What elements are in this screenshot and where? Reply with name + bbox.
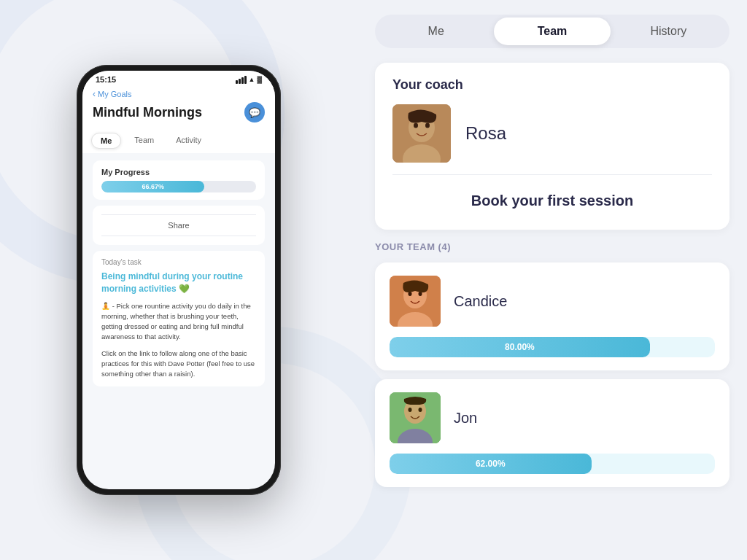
member-progress-fill-candice: 80.00% — [390, 337, 650, 357]
back-label: My Goals — [98, 90, 131, 98]
top-tab-bar: Me Team History — [375, 15, 729, 48]
progress-label: My Progress — [101, 168, 256, 176]
phone-page-title: Mindful Mornings — [93, 105, 202, 120]
member-avatar-candice — [390, 276, 441, 327]
member-progress-fill-jon: 62.00% — [390, 454, 592, 474]
back-nav[interactable]: ‹ My Goals — [93, 89, 265, 99]
task-body-2: Click on the link to follow along one of… — [101, 349, 256, 380]
member-header-jon: Jon — [390, 392, 715, 443]
member-progress-text-jon: 62.00% — [476, 459, 506, 469]
back-chevron-icon: ‹ — [93, 89, 96, 99]
phone-tab-me[interactable]: Me — [91, 133, 121, 149]
team-member-card-jon: Jon 62.00% — [375, 379, 729, 487]
phone-tab-activity[interactable]: Activity — [167, 133, 210, 149]
share-label[interactable]: Share — [101, 218, 256, 233]
tab-history[interactable]: History — [611, 18, 727, 45]
phone-content: My Progress 66.67% Share Today's task — [82, 153, 275, 489]
phone-screen: 15:15 ▲ ▓ ‹ My Goals — [82, 71, 275, 489]
member-name-candice: Candice — [454, 293, 507, 310]
battery-icon: ▓ — [257, 76, 262, 83]
coach-card-separator — [392, 174, 712, 175]
coach-avatar-svg — [392, 104, 451, 163]
task-label: Today's task — [101, 258, 256, 266]
member-progress-bg-candice: 80.00% — [390, 337, 715, 357]
team-member-card-candice: Candice 80.00% — [375, 262, 729, 370]
status-bar: 15:15 ▲ ▓ — [82, 71, 275, 86]
header-row: Mindful Mornings 💬 — [93, 102, 265, 122]
phone-mockup: 15:15 ▲ ▓ ‹ My Goals — [77, 65, 281, 495]
svg-point-4 — [425, 123, 430, 128]
progress-bar-fill: 66.67% — [101, 181, 204, 192]
right-panel: Me Team History Your coach — [357, 0, 747, 560]
coach-avatar — [392, 104, 451, 163]
phone-tabs: Me Team Activity — [82, 128, 275, 153]
phone-panel: 15:15 ▲ ▓ ‹ My Goals — [0, 0, 357, 560]
progress-percentage: 66.67% — [142, 183, 164, 190]
coach-section-label: Your coach — [392, 77, 712, 93]
share-section: Share — [93, 206, 265, 245]
member-avatar-jon — [390, 392, 441, 443]
phone-tab-team[interactable]: Team — [125, 133, 163, 149]
svg-point-13 — [409, 408, 412, 412]
progress-section: My Progress 66.67% — [93, 160, 265, 200]
tab-me[interactable]: Me — [378, 18, 494, 45]
phone-header: ‹ My Goals Mindful Mornings 💬 — [82, 86, 275, 128]
member-header-candice: Candice — [390, 276, 715, 327]
divider-bottom — [101, 236, 256, 236]
coach-avatar-image — [392, 104, 451, 163]
tab-team[interactable]: Team — [494, 18, 610, 45]
member-progress-text-candice: 80.00% — [505, 342, 535, 352]
message-button[interactable]: 💬 — [244, 102, 265, 122]
status-icons: ▲ ▓ — [236, 76, 262, 84]
signal-icon — [236, 76, 247, 84]
wifi-icon: ▲ — [249, 76, 255, 83]
coach-name: Rosa — [465, 123, 506, 144]
svg-point-3 — [414, 123, 418, 128]
member-name-jon: Jon — [454, 410, 477, 427]
status-time: 15:15 — [96, 75, 116, 84]
team-section: YOUR TEAM (4) Candice — [375, 241, 729, 487]
divider-top — [101, 214, 256, 215]
task-title: Being mindful during your routine mornin… — [101, 271, 256, 295]
member-progress-bg-jon: 62.00% — [390, 454, 715, 474]
task-body-1: 🧘 - Pick one rountine activity you do da… — [101, 301, 256, 343]
coach-info: Rosa — [392, 104, 712, 163]
svg-point-14 — [419, 408, 422, 412]
task-section: Today's task Being mindful during your r… — [93, 251, 265, 386]
team-section-label: YOUR TEAM (4) — [375, 241, 729, 252]
book-session-button[interactable]: Book your first session — [392, 187, 712, 215]
progress-bar-background: 66.67% — [101, 181, 256, 192]
coach-card: Your coach Rosa Boo — [375, 63, 729, 230]
